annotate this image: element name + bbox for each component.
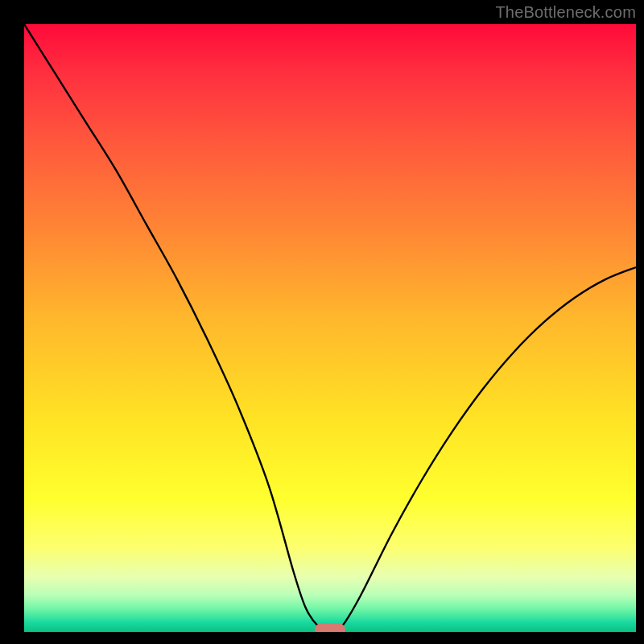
- bottleneck-curve: [24, 24, 636, 632]
- optimal-point-marker: [315, 624, 345, 633]
- curve-path: [24, 24, 636, 632]
- chart-frame: TheBottleneck.com: [0, 0, 644, 644]
- watermark-text: TheBottleneck.com: [495, 3, 636, 22]
- plot-area: [24, 24, 636, 632]
